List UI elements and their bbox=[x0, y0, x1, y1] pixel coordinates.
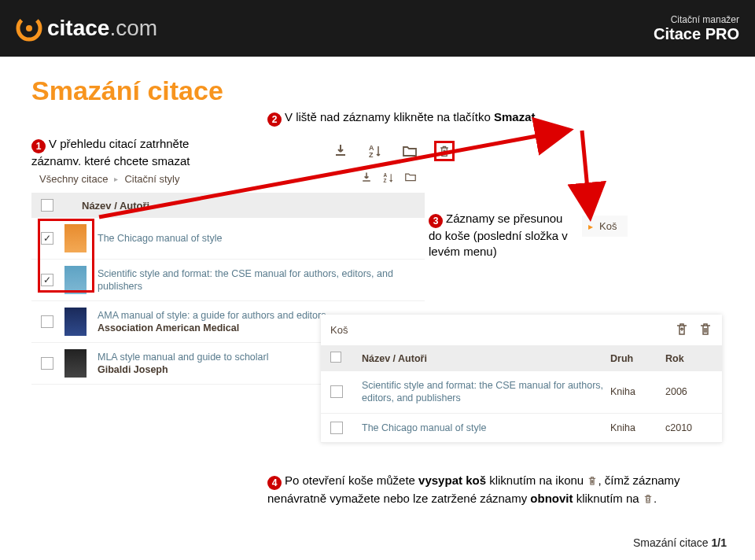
step-1: 1V přehledu citací zatrhněte záznamy, kt… bbox=[31, 136, 220, 169]
trash-panel: Koš Název / Autoři Druh Rok Scientific s… bbox=[321, 315, 722, 443]
table-row[interactable]: Scientific style and format: the CSE man… bbox=[321, 371, 722, 414]
sort-icon[interactable]: AZ bbox=[382, 171, 395, 186]
thumbnail bbox=[64, 349, 87, 378]
logo-icon bbox=[16, 15, 42, 42]
step-1-text: V přehledu citací zatrhněte záznamy, kte… bbox=[31, 137, 190, 168]
download-icon[interactable] bbox=[330, 141, 351, 161]
trash-columns: Název / Autoři Druh Rok bbox=[321, 345, 722, 371]
footer-page: 1/1 bbox=[712, 536, 727, 549]
page-title: Smazání citace bbox=[31, 76, 724, 106]
step-4-bold-1: vysypat koš bbox=[418, 473, 486, 487]
checkbox[interactable] bbox=[41, 274, 53, 286]
checkbox[interactable] bbox=[41, 315, 53, 328]
tagline: Citační manažer bbox=[654, 14, 739, 25]
svg-text:A: A bbox=[384, 172, 388, 178]
folder-icon[interactable] bbox=[400, 141, 420, 161]
col-name: Název / Autoři bbox=[82, 200, 149, 212]
chevron-right-icon: ▸ bbox=[588, 221, 593, 232]
trash-icon[interactable] bbox=[434, 141, 455, 161]
step-badge-1: 1 bbox=[31, 139, 46, 153]
step-4-text-e: . bbox=[654, 492, 657, 505]
footer-label: Smazání citace bbox=[633, 536, 712, 549]
checkbox[interactable] bbox=[330, 422, 343, 434]
step-badge-3: 3 bbox=[429, 214, 443, 228]
product-name: Citace PRO bbox=[654, 25, 739, 43]
list-item[interactable]: Scientific style and format: the CSE man… bbox=[31, 260, 425, 301]
checkbox[interactable] bbox=[41, 232, 53, 245]
download-icon[interactable] bbox=[360, 171, 373, 186]
step-4-text-a: Po otevření koše můžete bbox=[285, 473, 418, 487]
logo: citace.com bbox=[16, 15, 157, 42]
step-3-text: Záznamy se přesunou do koše (poslední sl… bbox=[429, 212, 568, 258]
step-2-text: V liště nad záznamy klikněte na tlačítko bbox=[285, 110, 494, 123]
empty-trash-icon[interactable] bbox=[698, 321, 713, 339]
thumbnail bbox=[64, 308, 87, 336]
footer: Smazání citace 1/1 bbox=[633, 536, 727, 549]
chevron-right-icon: ▸ bbox=[114, 175, 118, 183]
step-4: 4Po otevření koše můžete vysypat koš kli… bbox=[267, 472, 692, 507]
sort-icon[interactable]: AZ bbox=[365, 141, 385, 161]
row-name: The Chicago manual of style bbox=[362, 422, 610, 434]
table-row[interactable]: The Chicago manual of style Kniha c2010 bbox=[321, 414, 722, 443]
empty-trash-icon bbox=[587, 473, 598, 484]
breadcrumb: Všechny citace ▸ Citační styly AZ bbox=[31, 165, 425, 193]
step-3: 3Záznamy se přesunou do koše (poslední s… bbox=[429, 211, 570, 260]
step-badge-2: 2 bbox=[267, 112, 282, 127]
header-right: Citační manažer Citace PRO bbox=[654, 14, 739, 43]
checkbox[interactable] bbox=[41, 357, 53, 370]
step-2: 2V liště nad záznamy klikněte na tlačítk… bbox=[267, 109, 613, 127]
step-badge-4: 4 bbox=[267, 476, 282, 490]
list-item[interactable]: The Chicago manual of style bbox=[31, 218, 425, 260]
row-title: The Chicago manual of style bbox=[98, 232, 415, 245]
step-2-bold: Smazat bbox=[494, 110, 536, 123]
trash-folder-item[interactable]: ▸ Koš bbox=[582, 216, 628, 237]
svg-point-6 bbox=[646, 499, 650, 502]
col-type: Druh bbox=[610, 353, 665, 364]
row-type: Kniha bbox=[610, 422, 665, 433]
step-4-text-d: kliknutím na bbox=[573, 492, 643, 505]
logo-text: citace.com bbox=[47, 16, 157, 41]
checkbox[interactable] bbox=[330, 385, 343, 398]
bc-styles[interactable]: Citační styly bbox=[124, 173, 179, 185]
row-name: Scientific style and format: the CSE man… bbox=[362, 379, 610, 405]
header-bar: citace.com Citační manažer Citace PRO bbox=[0, 0, 755, 57]
list-header: Název / Autoři bbox=[31, 193, 425, 218]
svg-text:Z: Z bbox=[384, 178, 387, 183]
toolbar-icons: AZ bbox=[330, 141, 613, 161]
bc-all[interactable]: Všechny citace bbox=[39, 173, 108, 185]
folder-icon[interactable] bbox=[404, 171, 417, 186]
row-year: 2006 bbox=[665, 386, 713, 397]
svg-text:Z: Z bbox=[369, 151, 374, 159]
thumbnail bbox=[64, 266, 87, 294]
svg-point-1 bbox=[26, 25, 32, 31]
restore-icon bbox=[643, 492, 654, 503]
trash-header: Koš bbox=[321, 315, 722, 345]
select-all-checkbox[interactable] bbox=[330, 352, 341, 363]
col-year: Rok bbox=[665, 353, 713, 364]
col-name: Název / Autoři bbox=[362, 353, 610, 364]
step-4-text-b: kliknutím na ikonu bbox=[486, 473, 587, 487]
select-all-checkbox[interactable] bbox=[41, 199, 53, 212]
thumbnail bbox=[64, 224, 87, 252]
row-type: Kniha bbox=[610, 386, 665, 397]
step-4-bold-2: obnovit bbox=[530, 492, 573, 505]
row-title: Scientific style and format: the CSE man… bbox=[98, 267, 415, 293]
row-year: c2010 bbox=[665, 422, 713, 433]
restore-icon[interactable] bbox=[675, 321, 689, 339]
trash-folder-label: Koš bbox=[599, 220, 617, 232]
trash-title: Koš bbox=[330, 324, 348, 336]
